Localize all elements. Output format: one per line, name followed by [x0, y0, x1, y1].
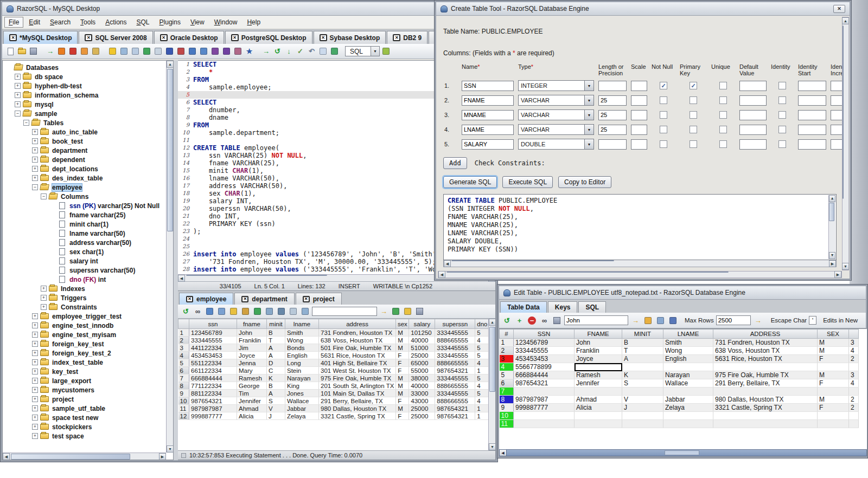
panel-splitter[interactable] [174, 60, 178, 460]
cell[interactable]: V [622, 396, 663, 404]
results-vscrollbar[interactable]: ▲ ▼ [488, 319, 495, 450]
scroll-left-icon[interactable]: ◀ [500, 450, 507, 456]
column-name-input[interactable] [462, 139, 514, 150]
tree-item-engine-test-innodb[interactable]: +engine_test_innodb [4, 321, 165, 330]
identity-checkbox[interactable] [778, 126, 786, 133]
table-row[interactable]: 6661122334MaryCStein301 West St. Houston… [178, 367, 489, 374]
cell[interactable]: Narayan [663, 371, 713, 379]
cell[interactable]: M [818, 371, 849, 379]
identity-increment-input[interactable] [831, 125, 842, 135]
scroll-thumb[interactable] [829, 203, 834, 221]
result-tab-project[interactable]: ✕project [296, 293, 342, 305]
expand-icon[interactable]: + [32, 424, 38, 430]
scroll-up-icon[interactable]: ▲ [829, 195, 835, 202]
column-type-select[interactable]: DOUBLE▼ [518, 139, 594, 150]
scroll-thumb[interactable] [11, 454, 130, 460]
column-header-lname[interactable]: lname [285, 319, 319, 329]
go-arrow-icon[interactable]: → [753, 315, 763, 326]
scale-input[interactable] [631, 110, 647, 120]
cell[interactable] [818, 420, 849, 428]
close-icon[interactable]: ✕ [231, 34, 239, 41]
statement-type-dropdown[interactable]: SQL▼ [345, 46, 380, 56]
chevron-down-icon[interactable]: ▼ [371, 47, 379, 56]
cell[interactable] [514, 412, 575, 420]
cell[interactable]: 333445555 [514, 347, 575, 355]
edit-pencil-icon[interactable] [216, 306, 227, 316]
cell[interactable] [575, 420, 622, 428]
tree-item-hyphen-db-test[interactable]: +hyphen-db-test [4, 81, 165, 91]
length-input[interactable] [598, 95, 627, 106]
collapse-icon[interactable]: − [15, 111, 21, 117]
connection-tab-5[interactable]: ✕Sybase Desktop [314, 31, 386, 44]
print-icon[interactable] [300, 306, 310, 316]
expand-icon[interactable]: + [32, 396, 38, 402]
cell[interactable]: 987654321 [514, 379, 575, 387]
tree-item-key-test[interactable]: +key_test [4, 367, 165, 376]
cell[interactable] [663, 363, 713, 371]
menu-edit[interactable]: Edit [24, 17, 44, 28]
chevron-down-icon[interactable]: ▼ [584, 81, 593, 91]
chevron-down-icon[interactable]: ▼ [584, 95, 593, 105]
column-type-select[interactable]: INTEGER▼ [518, 80, 594, 91]
menu-file[interactable]: File [4, 17, 23, 28]
copy-icon[interactable] [288, 306, 298, 316]
table-row[interactable]: 3441122334JimABonds501 Fire Oak, Humble … [178, 344, 489, 352]
log-icon[interactable] [381, 46, 391, 56]
column-header-ssn[interactable]: SSN [514, 330, 575, 339]
disconnect-icon[interactable] [68, 46, 78, 56]
expand-icon[interactable]: + [32, 138, 38, 144]
default-value-input[interactable] [739, 81, 767, 91]
cell[interactable]: Zelaya [663, 404, 713, 412]
table-row[interactable]: 3453453453JoyceAEnglish5631 Rice, Housto… [500, 355, 859, 363]
database-icon[interactable] [91, 46, 101, 56]
menu-help[interactable]: Help [242, 17, 265, 28]
primary-key-checkbox[interactable]: ✓ [690, 82, 697, 89]
expand-icon[interactable]: + [32, 147, 38, 153]
query-results-icon[interactable] [176, 46, 186, 56]
chevron-down-icon[interactable]: ▼ [584, 110, 593, 120]
convert-case-icon[interactable] [210, 46, 220, 56]
scroll-left-icon[interactable]: ◀ [444, 260, 451, 267]
expand-icon[interactable]: + [32, 332, 38, 338]
max-rows-input[interactable] [716, 315, 751, 325]
cell[interactable] [622, 363, 663, 371]
scroll-left-icon[interactable]: ◀ [178, 275, 185, 282]
cell[interactable]: 638 Voss, Houston TX [713, 347, 818, 355]
table-row[interactable]: 2333445555FranklinTWong638 Voss, Houston… [500, 347, 859, 355]
cell[interactable]: Ahmad [575, 396, 622, 404]
scroll-up-icon[interactable]: ▲ [489, 319, 495, 326]
default-value-input[interactable] [739, 110, 767, 120]
expand-icon[interactable]: + [32, 166, 38, 172]
primary-key-checkbox[interactable] [690, 96, 697, 104]
tree-item-constraints[interactable]: +Constraints [4, 302, 165, 312]
close-icon[interactable]: ✕ [160, 34, 168, 41]
expand-icon[interactable]: + [15, 74, 21, 80]
cell[interactable] [713, 387, 818, 396]
filter-icon[interactable] [668, 315, 678, 326]
expand-icon[interactable]: + [32, 405, 38, 411]
validate-icon[interactable]: ✓ [295, 46, 305, 56]
scroll-right-icon[interactable]: ▶ [834, 271, 841, 278]
table-row[interactable]: 11 [500, 420, 859, 428]
expand-icon[interactable]: + [32, 175, 38, 181]
save-icon[interactable] [552, 315, 562, 326]
cell[interactable]: Smith [663, 339, 713, 347]
scroll-down-icon[interactable]: ▼ [829, 252, 835, 259]
connection-settings-icon[interactable] [79, 46, 90, 56]
expand-icon[interactable]: + [41, 304, 47, 310]
export-results-icon[interactable] [391, 306, 401, 316]
expand-icon[interactable]: + [32, 378, 38, 384]
table-row[interactable]: 1123456789JohnBSmith731 Fondren, Houston… [178, 329, 489, 337]
scale-input[interactable] [631, 125, 647, 135]
column-header-address[interactable]: ADDRESS [713, 330, 818, 339]
cell[interactable]: 980 Dallas, Houston TX [713, 396, 818, 404]
close-icon[interactable]: ✕ [186, 296, 193, 302]
expand-icon[interactable]: + [41, 286, 47, 292]
cell[interactable]: 975 Fire Oak, Humble TX [713, 371, 818, 379]
expand-icon[interactable]: + [32, 350, 38, 356]
highlight-icon[interactable] [643, 315, 653, 326]
column-header-address[interactable]: address [319, 319, 396, 329]
tree-item-tables[interactable]: −Tables [4, 118, 165, 127]
expand-icon[interactable]: + [32, 157, 38, 163]
save-results-icon[interactable] [414, 306, 425, 316]
